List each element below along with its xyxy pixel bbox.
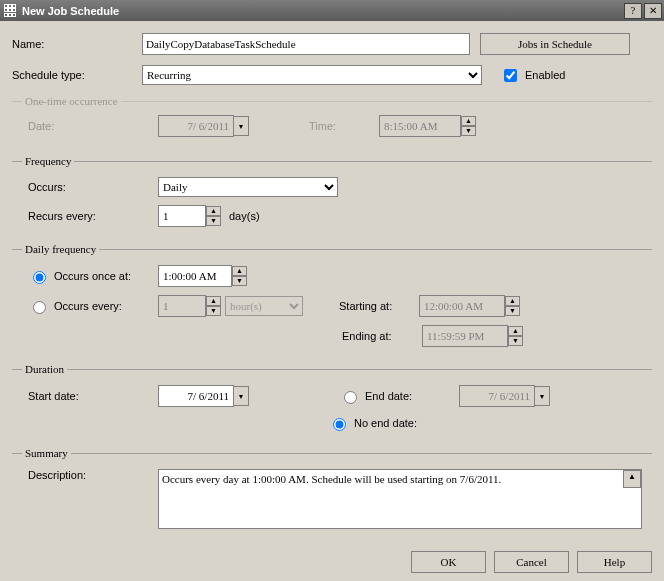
spin-up[interactable]: ▲ <box>232 266 247 276</box>
spin-up: ▲ <box>206 296 221 306</box>
spin-down: ▼ <box>505 306 520 316</box>
schedule-type-select[interactable]: Recurring <box>142 65 482 85</box>
no-end-date-radio[interactable]: No end date: <box>328 415 448 431</box>
description-textarea[interactable]: Occurs every day at 1:00:00 AM. Schedule… <box>158 469 642 529</box>
help-button[interactable]: Help <box>577 551 652 573</box>
days-unit-label: day(s) <box>229 210 260 222</box>
occurs-every-unit-select: hour(s) <box>225 296 303 316</box>
one-time-date-dropdown: ▼ <box>234 116 249 136</box>
spin-up: ▲ <box>461 116 476 126</box>
cancel-button[interactable]: Cancel <box>494 551 569 573</box>
spin-down: ▼ <box>206 306 221 316</box>
ending-at-input <box>422 325 508 347</box>
one-time-date-input <box>158 115 234 137</box>
summary-legend: Summary <box>22 447 71 459</box>
spin-down[interactable]: ▼ <box>206 216 221 226</box>
recurs-every-label: Recurs every: <box>22 210 158 222</box>
duration-legend: Duration <box>22 363 67 375</box>
ok-button[interactable]: OK <box>411 551 486 573</box>
ending-at-label: Ending at: <box>342 330 422 342</box>
spin-up: ▲ <box>508 326 523 336</box>
daily-freq-legend: Daily frequency <box>22 243 99 255</box>
frequency-legend: Frequency <box>22 155 74 167</box>
enabled-checkbox[interactable]: Enabled <box>500 66 565 85</box>
occurs-select[interactable]: Daily <box>158 177 338 197</box>
name-label: Name: <box>12 38 142 50</box>
spin-down: ▼ <box>508 336 523 346</box>
one-time-date-label: Date: <box>22 120 158 132</box>
window-title: New Job Schedule <box>22 5 119 17</box>
start-date-input[interactable] <box>158 385 234 407</box>
spin-down: ▼ <box>461 126 476 136</box>
app-icon <box>4 4 18 18</box>
starting-at-label: Starting at: <box>339 300 419 312</box>
spin-up[interactable]: ▲ <box>206 206 221 216</box>
one-time-group: One-time occurrence Date: ▼ Time: ▲▼ <box>12 95 652 145</box>
title-bar: New Job Schedule ? ✕ <box>0 0 664 21</box>
jobs-in-schedule-button[interactable]: Jobs in Schedule <box>480 33 630 55</box>
one-time-time-input <box>379 115 461 137</box>
one-time-legend: One-time occurrence <box>22 95 121 107</box>
occurs-once-radio[interactable]: Occurs once at: <box>22 268 158 284</box>
schedule-type-label: Schedule type: <box>12 69 142 81</box>
end-date-input <box>459 385 535 407</box>
help-titlebar-button[interactable]: ? <box>624 3 642 19</box>
start-date-dropdown[interactable]: ▼ <box>234 386 249 406</box>
one-time-time-label: Time: <box>309 120 379 132</box>
daily-frequency-group: Daily frequency Occurs once at: ▲▼ Occur… <box>12 243 652 353</box>
end-date-dropdown: ▼ <box>535 386 550 406</box>
occurs-label: Occurs: <box>22 181 158 193</box>
recurs-every-input[interactable] <box>158 205 206 227</box>
starting-at-input <box>419 295 505 317</box>
spin-up: ▲ <box>505 296 520 306</box>
occurs-every-radio[interactable]: Occurs every: <box>22 298 158 314</box>
enabled-checkbox-input[interactable] <box>504 69 517 82</box>
summary-group: Summary Description: Occurs every day at… <box>12 447 652 537</box>
scroll-up-icon[interactable]: ▲ <box>623 470 641 488</box>
end-date-radio[interactable]: End date: <box>339 388 459 404</box>
close-button[interactable]: ✕ <box>644 3 662 19</box>
name-input[interactable] <box>142 33 470 55</box>
start-date-label: Start date: <box>22 390 158 402</box>
frequency-group: Frequency Occurs: Daily Recurs every: ▲▼… <box>12 155 652 233</box>
duration-group: Duration Start date: ▼ End date: ▼ No en… <box>12 363 652 437</box>
description-label: Description: <box>22 469 158 481</box>
occurs-once-time-input[interactable] <box>158 265 232 287</box>
occurs-every-n-input <box>158 295 206 317</box>
spin-down[interactable]: ▼ <box>232 276 247 286</box>
